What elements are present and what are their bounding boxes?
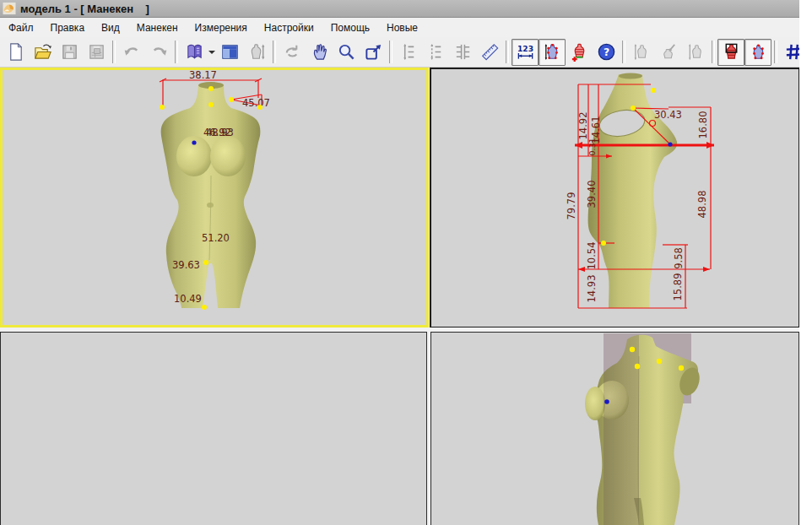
pan-button[interactable] [306,39,333,66]
pan-hand-icon [310,42,329,62]
toolbar: 123 [0,37,799,68]
dim-bust-drop: 16.80 [697,111,709,139]
dim-seat: 14.93 [586,275,598,303]
dim-back-length: 39.40 [586,181,598,208]
mannequin-size-button[interactable] [243,39,270,66]
help-glyph: ? [603,46,609,58]
menu-mannequin[interactable]: Манекен [128,19,187,36]
mannequin-contour-icon [749,42,768,62]
dim-hips: 51.20 [202,232,230,244]
perspective-view-canvas [431,333,798,525]
fit-view-button[interactable] [360,39,387,66]
menu-help[interactable]: Помощь [322,19,378,36]
redo-icon [149,42,169,62]
mannequin-apply-icon [659,42,679,62]
menu-new[interactable]: Новые [378,19,426,36]
toolbar-separator [112,41,116,63]
rotate-view-button[interactable] [279,39,306,66]
mannequin-height-button[interactable] [682,39,709,66]
front-view-canvas: 38.17 45.07 46.92 48.93 51.20 39.63 10.4… [3,70,426,325]
save-icon [60,42,79,62]
view-presets-dropdown[interactable] [208,40,216,65]
measure-side-button[interactable] [422,39,449,66]
dim-front-length: 48.98 [696,191,708,219]
magnifier-icon [337,42,356,62]
rotate-view-icon [283,42,302,62]
mannequin-contour-button[interactable] [744,39,771,66]
viewport-side[interactable]: 79.79 14.92 0.31 14.61 39.40 10.54 14.93… [430,68,799,327]
mannequin-apply-button[interactable] [655,39,682,66]
menu-settings[interactable]: Настройки [256,19,322,36]
menu-file[interactable]: Файл [0,19,42,36]
measure-front-button[interactable] [395,39,422,66]
measure-front-icon [399,42,419,62]
menu-edit[interactable]: Правка [42,19,94,36]
dim-neck: 14.61 [590,116,602,144]
dim-thigh: 39.63 [172,259,200,271]
mannequin-3d[interactable] [585,333,703,525]
add-measurement-button[interactable] [566,39,593,66]
toolbar-separator [389,41,392,63]
toolbar-separator [506,41,509,63]
view-presets-icon [185,42,204,62]
chevron-down-icon [208,50,215,55]
fit-view-icon [364,42,383,62]
dim-top-back: 14.92 [577,112,589,140]
menu-view[interactable]: Вид [93,19,128,36]
dim-leg-right: 15.89 [672,273,684,301]
app-icon [3,3,16,15]
toolbar-separator [622,41,625,63]
viewport-front[interactable]: 38.17 45.07 46.92 48.93 51.20 39.63 10.4… [0,68,429,327]
measure-balance-icon [453,42,473,62]
window-title: модель 1 - [ Манекен ] [20,3,149,15]
mannequin-grow-button[interactable] [628,39,655,66]
ruler-icon [480,42,500,62]
side-view-canvas: 79.79 14.92 0.31 14.61 39.40 10.54 14.93… [431,69,798,327]
new-document-icon [6,42,25,62]
dim-shoulder-slope: 45.07 [242,97,270,109]
application-window: модель 1 - [ Манекен ] Файл Правка Вид М… [0,0,812,525]
save-fragment-button[interactable] [83,39,110,66]
show-dimensions-button[interactable]: 123 [512,39,539,66]
mannequin-size-icon [247,42,267,62]
mannequin-front[interactable] [161,82,261,308]
undo-icon [122,42,142,62]
help-button[interactable]: ? [593,39,620,66]
view-presets-button[interactable] [181,39,208,66]
new-document-button[interactable] [2,39,29,66]
window-layout-button[interactable] [216,39,243,66]
window-layout-icon [220,42,240,62]
measure-balance-button[interactable] [449,39,476,66]
dim-shoulder-bust: 30.43 [654,109,682,121]
mannequin-height-icon [686,42,706,62]
dim-hem: 10.49 [174,293,202,305]
dim-shoulder-width: 38.17 [189,70,217,81]
viewport-empty[interactable] [0,332,427,525]
toolbar-separator [175,41,178,63]
mannequin-grow-icon [632,42,652,62]
menu-bar: Файл Правка Вид Манекен Измерения Настро… [0,18,799,38]
viewport-3d[interactable] [430,332,799,525]
open-folder-icon [33,42,52,62]
toolbar-separator [712,41,715,63]
mannequin-frame-button[interactable] [717,39,744,66]
mannequin-points-button[interactable] [539,39,566,66]
workspace: 38.17 45.07 46.92 48.93 51.20 39.63 10.4… [0,68,799,525]
save-button[interactable] [56,39,83,66]
mannequin-points-icon [543,42,562,62]
zoom-button[interactable] [333,39,360,66]
dim-chest-2: 48.93 [206,127,234,138]
add-measurement-icon [570,42,589,62]
ruler-button[interactable] [476,39,503,66]
dimensions-123-label: 123 [517,45,533,53]
redo-button[interactable] [145,39,172,66]
menu-measurements[interactable]: Измерения [187,19,256,36]
save-fragment-icon [87,42,106,62]
toolbar-separator [774,41,777,63]
help-icon: ? [597,42,616,62]
toolbar-separator [273,41,276,63]
dim-hip-depth: 10.54 [586,242,598,270]
measure-side-icon [426,42,446,62]
open-model-button[interactable] [29,39,56,66]
undo-button[interactable] [118,39,145,66]
